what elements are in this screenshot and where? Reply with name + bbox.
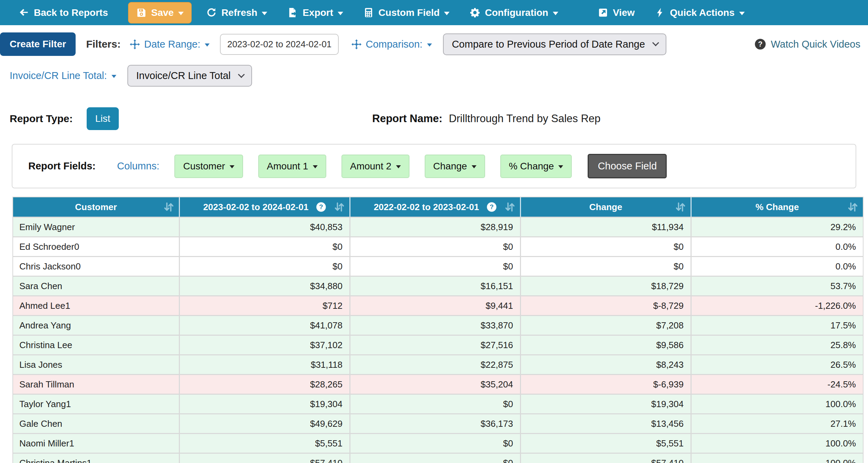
cell-pct: 0.0%: [692, 256, 863, 276]
sort-icon[interactable]: [163, 201, 175, 213]
cell-amount1: $19,304: [180, 394, 350, 413]
report-name-label: Report Name:: [372, 112, 442, 125]
date-range-link[interactable]: Date Range:: [129, 39, 210, 50]
watch-quick-videos-link[interactable]: Watch Quick Videos: [771, 39, 861, 50]
cell-amount2: $0: [350, 453, 521, 463]
header-period-current[interactable]: 2023-02-02 to 2024-02-01 ?: [180, 197, 350, 217]
column-button-label: Customer: [183, 161, 225, 172]
report-type-row: Report Type: List Report Name: Drillthro…: [0, 107, 868, 131]
cell-amount1: $57,410: [180, 453, 350, 463]
column-button-amount-2[interactable]: Amount 2: [341, 155, 409, 178]
table-row: Lisa Jones$31,118$22,875$8,24326.5%: [13, 354, 863, 374]
svg-text:?: ?: [319, 203, 323, 210]
caret-down-icon: [112, 75, 116, 78]
line-total-select[interactable]: Invoice/CR Line Total: [127, 65, 252, 87]
cell-change: $13,456: [521, 413, 692, 433]
cell-amount2: $33,870: [350, 315, 521, 335]
column-button-amount-1[interactable]: Amount 1: [258, 155, 326, 178]
table-row: Ed Schroeder0$0$0$00.0%: [13, 236, 863, 256]
cell-change: $19,304: [521, 394, 692, 413]
nav-export[interactable]: Export: [287, 7, 343, 18]
header-period-current-label: 2023-02-02 to 2024-02-01: [203, 202, 308, 212]
header-change[interactable]: Change: [521, 197, 692, 217]
caret-down-icon: [444, 12, 450, 15]
cell-pct: 17.5%: [692, 315, 863, 335]
cell-customer: Sara Chen: [13, 276, 180, 295]
columns-link[interactable]: Columns:: [117, 160, 160, 172]
cell-customer: Taylor Yang1: [13, 394, 180, 413]
nav-custom-field-label: Custom Field: [378, 7, 440, 18]
cell-change: $0: [521, 236, 692, 256]
table-row: Ahmed Lee1$712$9,441$-8,729-1,226.0%: [13, 295, 863, 315]
cell-customer: Chris Jackson0: [13, 256, 180, 276]
comparison-link[interactable]: Comparison:: [351, 39, 432, 50]
watch-videos-group: ? Watch Quick Videos: [754, 38, 861, 50]
report-type-list-button[interactable]: List: [87, 107, 119, 130]
cell-amount1: $41,078: [180, 315, 350, 335]
cell-amount1: $0: [180, 236, 350, 256]
line-total-link[interactable]: Invoice/CR Line Total:: [10, 70, 116, 81]
cell-amount2: $28,919: [350, 217, 521, 236]
column-buttons: CustomerAmount 1Amount 2Change% Change: [159, 155, 572, 178]
cell-customer: Emily Wagner: [13, 217, 180, 236]
line-total-select-value: Invoice/CR Line Total: [136, 70, 231, 81]
caret-down-icon: [178, 12, 184, 15]
cell-customer: Naomi Miller1: [13, 433, 180, 453]
chevron-down-icon: [238, 71, 245, 78]
sort-icon[interactable]: [675, 201, 686, 213]
report-table: Customer 2023-02-02 to 2024-02-01 ? 2022…: [12, 197, 864, 463]
nav-quick-actions[interactable]: Quick Actions: [655, 7, 744, 18]
refresh-icon: [206, 7, 217, 18]
sort-icon[interactable]: [504, 201, 516, 213]
cell-amount1: $712: [180, 295, 350, 315]
nav-view[interactable]: View: [598, 7, 635, 18]
gear-icon: [470, 7, 480, 18]
save-floppy-icon: [136, 7, 147, 18]
report-type-label: Report Type:: [10, 113, 73, 125]
move-arrows-icon: [351, 39, 362, 50]
cell-change: $7,208: [521, 315, 692, 335]
comparison-select[interactable]: Compare to Previous Period of Date Range: [443, 33, 666, 55]
cell-amount2: $22,875: [350, 354, 521, 374]
report-name-value: Drillthrough Trend by Sales Rep: [449, 112, 600, 125]
choose-field-button[interactable]: Choose Field: [588, 154, 667, 178]
cell-change: $11,934: [521, 217, 692, 236]
column-button-customer[interactable]: Customer: [174, 155, 243, 178]
nav-back-to-reports[interactable]: Back to Reports: [19, 7, 108, 18]
caret-down-icon: [558, 165, 563, 168]
nav-save-label: Save: [151, 7, 174, 18]
cell-pct: 100.0%: [692, 453, 863, 463]
header-period-previous[interactable]: 2022-02-02 to 2023-02-01 ?: [350, 197, 521, 217]
nav-quick-actions-label: Quick Actions: [670, 7, 734, 18]
column-button--change[interactable]: % Change: [500, 155, 572, 178]
file-export-icon: [287, 7, 298, 18]
date-range-input[interactable]: [220, 34, 339, 55]
cell-customer: Ahmed Lee1: [13, 295, 180, 315]
help-circle-icon[interactable]: ?: [316, 202, 326, 212]
sort-icon[interactable]: [334, 201, 345, 213]
cell-pct: 26.5%: [692, 354, 863, 374]
header-customer-label: Customer: [75, 202, 117, 212]
cell-amount2: $0: [350, 433, 521, 453]
column-button-change[interactable]: Change: [425, 155, 485, 178]
column-button-label: Amount 2: [350, 161, 392, 172]
caret-down-icon: [313, 165, 318, 168]
nav-save-button[interactable]: Save: [128, 2, 192, 23]
header-pct-change[interactable]: % Change: [692, 197, 863, 217]
nav-configuration[interactable]: Configuration: [470, 7, 558, 18]
cell-amount2: $0: [350, 236, 521, 256]
nav-view-label: View: [613, 7, 635, 18]
cell-pct: -1,226.0%: [692, 295, 863, 315]
nav-custom-field[interactable]: Custom Field: [363, 7, 450, 18]
svg-text:?: ?: [490, 203, 493, 210]
help-circle-icon[interactable]: ?: [486, 202, 497, 212]
table-header-row: Customer 2023-02-02 to 2024-02-01 ? 2022…: [13, 197, 863, 217]
header-customer[interactable]: Customer: [13, 197, 180, 217]
nav-refresh[interactable]: Refresh: [206, 7, 267, 18]
sort-icon[interactable]: [847, 201, 859, 213]
cell-pct: -24.5%: [692, 374, 863, 394]
cell-amount1: $5,551: [180, 433, 350, 453]
column-button-label: Change: [433, 161, 467, 172]
chevron-down-icon: [652, 39, 659, 46]
create-filter-button[interactable]: Create Filter: [0, 32, 76, 56]
